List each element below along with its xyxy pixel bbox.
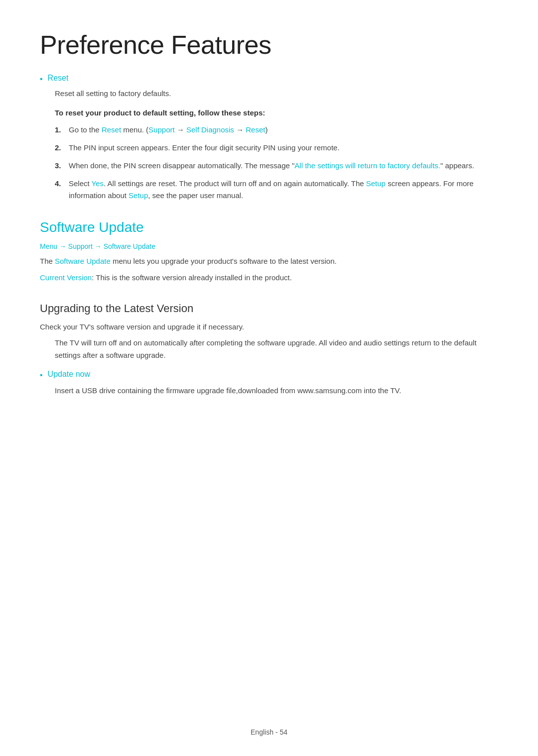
arrow-1: → (59, 242, 68, 250)
setup-link-2[interactable]: Setup (129, 191, 148, 200)
update-now-bullet: • Update now (40, 370, 498, 380)
reset-step-3: 3. When done, the PIN screen disappear a… (55, 160, 498, 172)
yes-link[interactable]: Yes (92, 179, 104, 188)
step-1-num: 1. (55, 124, 69, 136)
step-1-content: Go to the Reset menu. (Support → Self Di… (69, 124, 498, 136)
reset-bullet-item: • Reset (40, 74, 498, 84)
self-diagnosis-link[interactable]: Self Diagnosis (186, 125, 234, 134)
current-version-suffix: : This is the software version already i… (92, 273, 292, 282)
reset-link[interactable]: Reset (48, 74, 69, 83)
reset-menu-link[interactable]: Reset (102, 125, 121, 134)
reset-step-1: 1. Go to the Reset menu. (Support → Self… (55, 124, 498, 136)
setup-link-1[interactable]: Setup (366, 179, 386, 188)
step-3-num: 3. (55, 160, 69, 172)
page-footer: English - 54 (0, 728, 538, 736)
software-update-inline-link[interactable]: Software Update (55, 257, 111, 265)
upgrading-description: Check your TV's software version and upg… (40, 321, 498, 333)
update-now-link[interactable]: Update now (48, 370, 90, 379)
current-version-text: Current Version: This is the software ve… (40, 272, 498, 284)
step-2-num: 2. (55, 142, 69, 154)
menu-link[interactable]: Menu (40, 242, 57, 250)
step-4-num: 4. (55, 178, 69, 190)
upgrading-title: Upgrading to the Latest Version (40, 302, 498, 315)
software-update-title: Software Update (40, 219, 498, 235)
arrow-2: → (95, 242, 104, 250)
step-2-content: The PIN input screen appears. Enter the … (69, 142, 498, 154)
reset-link-2[interactable]: Reset (246, 125, 265, 134)
page-title: Preference Features (40, 30, 498, 60)
reset-instruction-heading: To reset your product to default setting… (55, 108, 498, 117)
step-4-content: Select Yes. All settings are reset. The … (69, 178, 498, 202)
step-3-content: When done, the PIN screen disappear auto… (69, 160, 498, 172)
software-update-path-link[interactable]: Software Update (104, 242, 155, 250)
reset-step-4: 4. Select Yes. All settings are reset. T… (55, 178, 498, 202)
support-link-2[interactable]: Support (68, 242, 93, 250)
reset-step-2: 2. The PIN input screen appears. Enter t… (55, 142, 498, 154)
bullet-dot: • (40, 75, 43, 84)
current-version-link[interactable]: Current Version (40, 273, 92, 282)
tv-upgrade-note: The TV will turn off and on automaticall… (55, 337, 498, 362)
update-bullet-dot: • (40, 371, 43, 380)
reset-description: Reset all setting to factory defaults. (55, 88, 498, 100)
update-insert-text: Insert a USB drive containing the firmwa… (55, 385, 498, 397)
support-link-1[interactable]: Support (148, 125, 175, 134)
software-update-body: The Software Update menu lets you upgrad… (40, 255, 498, 268)
software-update-menu-path: Menu → Support → Software Update (40, 242, 498, 250)
factory-defaults-link[interactable]: All the settings will return to factory … (294, 161, 440, 170)
